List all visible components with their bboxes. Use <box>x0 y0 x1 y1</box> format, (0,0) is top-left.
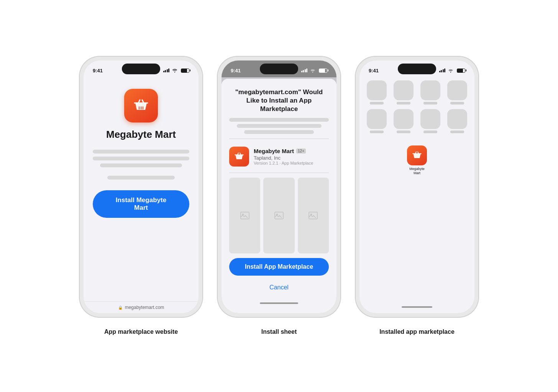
dynamic-island-3 <box>398 64 436 74</box>
screenshot-2 <box>263 178 294 253</box>
signal-icon-3 <box>439 69 446 72</box>
status-icons-1 <box>163 69 190 73</box>
status-time-2: 9:41 <box>231 68 241 74</box>
sheet-placeholders <box>229 118 329 134</box>
url-text-1: megabytemart.com <box>125 305 164 310</box>
phone2-frame: 9:41 <box>218 57 340 317</box>
app-info-text: Megabyte Mart 12+ Tapland, Inc Version 1… <box>254 148 329 165</box>
home-bar-2 <box>229 299 329 307</box>
status-time-1: 9:41 <box>93 68 103 74</box>
status-time-3: 9:41 <box>369 68 379 74</box>
status-icons-3 <box>439 69 466 73</box>
home-icon-6 <box>392 109 415 133</box>
battery-icon-3 <box>457 69 465 73</box>
home-screen: MegabyteMart <box>359 77 474 313</box>
phone1-content: Megabyte Mart Install Megabyte Mart <box>84 77 199 301</box>
home-indicator-3 <box>402 306 432 308</box>
basket-svg-2 <box>233 150 245 163</box>
install-megabyte-mart-button[interactable]: Install Megabyte Mart <box>93 190 189 218</box>
signal-icon-2 <box>301 69 308 72</box>
screenshot-1 <box>229 178 260 253</box>
sheet-title: "megabytemart.com" Would Like to Install… <box>229 88 329 113</box>
image-icon-1 <box>240 212 249 219</box>
home-bar-3 <box>359 303 474 311</box>
wifi-icon-3 <box>448 69 453 73</box>
home-icon-4 <box>446 80 468 105</box>
image-icon-2 <box>274 212 284 219</box>
phone3-container: 9:41 <box>356 57 478 335</box>
app-title-1: Megabyte Mart <box>106 129 176 140</box>
cancel-button[interactable]: Cancel <box>229 280 329 295</box>
home-icon-1 <box>366 80 388 105</box>
app-grid-top <box>359 80 474 105</box>
spacer <box>359 183 474 303</box>
battery-icon-1 <box>181 69 189 73</box>
install-app-marketplace-button[interactable]: Install App Marketplace <box>229 258 329 276</box>
age-badge: 12+ <box>296 149 306 154</box>
placeholder-line <box>237 124 322 128</box>
home-indicator-2 <box>260 302 298 304</box>
signal-icon-1 <box>163 69 170 72</box>
home-icon-2 <box>392 80 415 105</box>
sheet-app-name: Megabyte Mart <box>254 148 294 154</box>
placeholder-line <box>93 157 189 160</box>
battery-icon-2 <box>319 69 327 73</box>
wifi-icon-1 <box>172 69 177 73</box>
basket-svg-3 <box>411 149 423 162</box>
lock-icon-1: 🔒 <box>118 305 123 310</box>
dynamic-island-2 <box>260 64 298 74</box>
install-sheet: "megabytemart.com" Would Like to Install… <box>222 79 336 313</box>
dynamic-island <box>122 64 160 74</box>
phone2-label: Install sheet <box>261 328 297 335</box>
phone2-container: 9:41 <box>218 57 340 335</box>
status-icons-2 <box>301 69 328 73</box>
divider-2 <box>229 173 329 173</box>
phone3-screen: 9:41 <box>359 60 474 313</box>
phone2-screen: 9:41 <box>222 60 336 313</box>
home-icon-8 <box>446 109 468 133</box>
basket-svg-1 <box>131 96 151 115</box>
screenshots-row <box>229 178 329 253</box>
app-version: Version 1.2.1 · App Marketplace <box>254 161 329 165</box>
megabyte-mart-icon-2 <box>229 147 249 167</box>
megabyte-mart-icon-3 <box>407 145 427 165</box>
phone1-screen: 9:41 <box>84 60 199 313</box>
placeholder-line <box>100 163 182 167</box>
placeholder-line <box>93 150 189 154</box>
divider-1 <box>229 139 329 139</box>
phone1-frame: 9:41 <box>80 57 202 317</box>
placeholder-line <box>107 176 175 180</box>
megabyte-mart-icon-1 <box>124 89 158 122</box>
app-info-row: Megabyte Mart 12+ Tapland, Inc Version 1… <box>229 144 329 168</box>
placeholder-line <box>229 118 329 122</box>
image-icon-3 <box>309 212 318 219</box>
url-bar-1: 🔒 megabytemart.com <box>84 301 199 313</box>
app-developer: Tapland, Inc <box>254 155 329 161</box>
placeholder-line <box>244 130 314 134</box>
home-icon-7 <box>419 109 441 133</box>
screenshot-3 <box>298 178 329 253</box>
home-icon-3 <box>419 80 441 105</box>
installed-megabyte-mart[interactable]: MegabyteMart <box>405 145 428 175</box>
installed-app-name: MegabyteMart <box>409 167 425 175</box>
phone1-label: App marketplace website <box>104 328 178 335</box>
app-grid-2 <box>359 109 474 133</box>
phone3-frame: 9:41 <box>356 57 478 317</box>
wifi-icon-2 <box>310 69 315 73</box>
phone1-container: 9:41 <box>80 57 202 335</box>
description-placeholders-1 <box>93 150 189 180</box>
home-icon-5 <box>366 109 388 133</box>
app-name-row: Megabyte Mart 12+ <box>254 148 329 154</box>
phone3-label: Installed app marketplace <box>379 328 455 335</box>
